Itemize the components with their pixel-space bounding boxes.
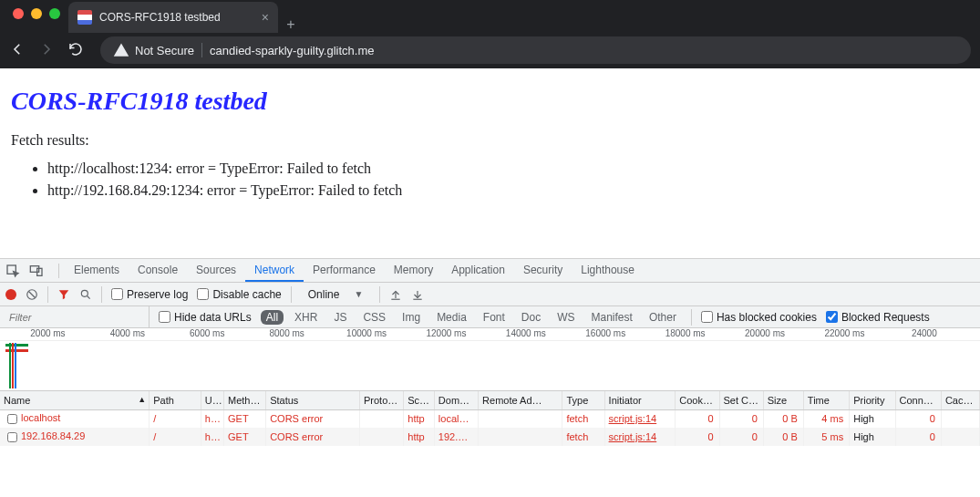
- window-controls: [13, 8, 60, 19]
- devtools-tab-network[interactable]: Network: [245, 259, 304, 282]
- column-header[interactable]: Path: [150, 391, 201, 409]
- resource-filter-all[interactable]: All: [261, 310, 284, 325]
- row-checkbox[interactable]: [7, 432, 17, 442]
- resource-filter-css[interactable]: CSS: [357, 310, 391, 325]
- resource-filter-other[interactable]: Other: [644, 310, 682, 325]
- cell-protocol: [360, 409, 404, 428]
- cell-path: /: [150, 409, 201, 428]
- resource-filter-ws[interactable]: WS: [552, 310, 580, 325]
- upload-har-icon[interactable]: [389, 288, 402, 301]
- address-bar[interactable]: Not Secure candied-sparkly-guilty.glitch…: [100, 36, 971, 64]
- network-table[interactable]: Name▲PathU…Meth…StatusProto…Sc…Dom…Remot…: [0, 391, 980, 446]
- column-header[interactable]: Remote Ad…: [479, 391, 562, 409]
- cell-conn: 0: [895, 428, 941, 446]
- column-header[interactable]: Set C…: [719, 391, 763, 409]
- waterfall-chart[interactable]: [0, 341, 980, 391]
- device-toolbar-icon[interactable]: [29, 264, 44, 278]
- has-blocked-cookies-checkbox[interactable]: Has blocked cookies: [701, 311, 817, 324]
- tab-favicon: [77, 10, 92, 25]
- column-header[interactable]: Size: [763, 391, 803, 409]
- table-row[interactable]: 192.168.84.29/h…GETCORS errorhttp192.…fe…: [0, 428, 980, 446]
- cell-remote: [479, 409, 562, 428]
- resource-filter-manifest[interactable]: Manifest: [586, 310, 638, 325]
- devtools-tab-memory[interactable]: Memory: [385, 259, 442, 282]
- row-checkbox[interactable]: [7, 414, 17, 424]
- browser-chrome: CORS-RFC1918 testbed × + Not Secure cand…: [0, 0, 980, 68]
- window-minimize-button[interactable]: [31, 8, 42, 19]
- resource-filter-img[interactable]: Img: [397, 310, 426, 325]
- column-header[interactable]: Type: [562, 391, 604, 409]
- devtools-tab-performance[interactable]: Performance: [304, 259, 385, 282]
- ruler-tick: 18000 ms: [665, 328, 706, 338]
- cell-scheme: http: [404, 428, 435, 446]
- window-close-button[interactable]: [13, 8, 24, 19]
- column-header[interactable]: Cook…: [676, 391, 719, 409]
- window-zoom-button[interactable]: [49, 8, 60, 19]
- hide-data-urls-checkbox[interactable]: Hide data URLs: [159, 311, 252, 324]
- resource-filter-font[interactable]: Font: [478, 310, 511, 325]
- column-header[interactable]: Dom…: [434, 391, 478, 409]
- devtools-tab-application[interactable]: Application: [442, 259, 514, 282]
- disable-cache-checkbox[interactable]: Disable cache: [197, 288, 281, 301]
- ruler-tick: 2000 ms: [30, 328, 65, 338]
- back-icon[interactable]: [9, 41, 26, 60]
- devtools-tab-console[interactable]: Console: [129, 259, 187, 282]
- cell-conn: 0: [895, 409, 941, 428]
- cell-setcookies: 0: [719, 409, 763, 428]
- browser-tab[interactable]: CORS-RFC1918 testbed ×: [68, 2, 278, 33]
- forward-icon[interactable]: [38, 41, 55, 60]
- column-header[interactable]: Initiator: [604, 391, 676, 409]
- devtools-tab-elements[interactable]: Elements: [65, 259, 129, 282]
- page-subhead: Fetch results:: [11, 132, 969, 149]
- inspect-element-icon[interactable]: [5, 264, 20, 278]
- search-icon[interactable]: [79, 288, 92, 301]
- resource-filter-xhr[interactable]: XHR: [289, 310, 323, 325]
- has-blocked-cookies-label: Has blocked cookies: [717, 311, 817, 324]
- download-har-icon[interactable]: [411, 288, 424, 301]
- cell-method: GET: [224, 428, 266, 446]
- column-header[interactable]: Name▲: [0, 391, 150, 409]
- resource-filter-media[interactable]: Media: [431, 310, 472, 325]
- tab-title: CORS-RFC1918 testbed: [99, 11, 254, 24]
- devtools-tab-security[interactable]: Security: [514, 259, 572, 282]
- filter-icon[interactable]: [57, 288, 70, 301]
- security-badge[interactable]: Not Secure: [113, 42, 194, 58]
- resource-filter-js[interactable]: JS: [328, 310, 352, 325]
- omnibox-divider: [201, 43, 202, 57]
- reload-icon[interactable]: [67, 41, 84, 60]
- filter-input[interactable]: [4, 306, 150, 328]
- filters-divider: [691, 309, 692, 326]
- cell-initiator[interactable]: script.js:14: [604, 428, 676, 446]
- toolbar-divider-4: [379, 286, 380, 303]
- network-toolbar: Preserve log Disable cache Online▼: [0, 283, 980, 306]
- column-header[interactable]: U…: [201, 391, 223, 409]
- cell-initiator[interactable]: script.js:14: [604, 409, 676, 428]
- ruler-tick: 6000 ms: [190, 328, 224, 338]
- column-header[interactable]: Proto…: [360, 391, 404, 409]
- devtools-tab-sources[interactable]: Sources: [187, 259, 245, 282]
- tab-strip: CORS-RFC1918 testbed × +: [68, 0, 304, 33]
- new-tab-button[interactable]: +: [278, 16, 304, 33]
- table-row[interactable]: localhost/h…GETCORS errorhttplocal…fetch…: [0, 409, 980, 428]
- devtools-tab-lighthouse[interactable]: Lighthouse: [572, 259, 644, 282]
- cell-size: 0 B: [763, 409, 803, 428]
- preserve-log-checkbox[interactable]: Preserve log: [111, 288, 188, 301]
- record-button[interactable]: [5, 289, 16, 300]
- column-header[interactable]: Conn…: [895, 391, 941, 409]
- column-header[interactable]: Sc…: [404, 391, 435, 409]
- column-header[interactable]: Status: [266, 391, 360, 409]
- security-label: Not Secure: [135, 44, 194, 57]
- column-header[interactable]: Priority: [850, 391, 895, 409]
- resource-filter-doc[interactable]: Doc: [516, 310, 546, 325]
- blocked-requests-checkbox[interactable]: Blocked Requests: [826, 311, 930, 324]
- column-header[interactable]: Cac…: [941, 391, 979, 409]
- column-header[interactable]: Time: [803, 391, 849, 409]
- throttle-select[interactable]: Online▼: [301, 288, 371, 301]
- clear-icon[interactable]: [26, 288, 38, 301]
- disable-cache-label: Disable cache: [212, 288, 281, 301]
- cell-url: h…: [201, 428, 223, 446]
- cell-status: CORS error: [266, 409, 360, 428]
- column-header[interactable]: Meth…: [224, 391, 266, 409]
- hide-data-urls-label: Hide data URLs: [174, 311, 252, 324]
- close-tab-icon[interactable]: ×: [262, 10, 269, 25]
